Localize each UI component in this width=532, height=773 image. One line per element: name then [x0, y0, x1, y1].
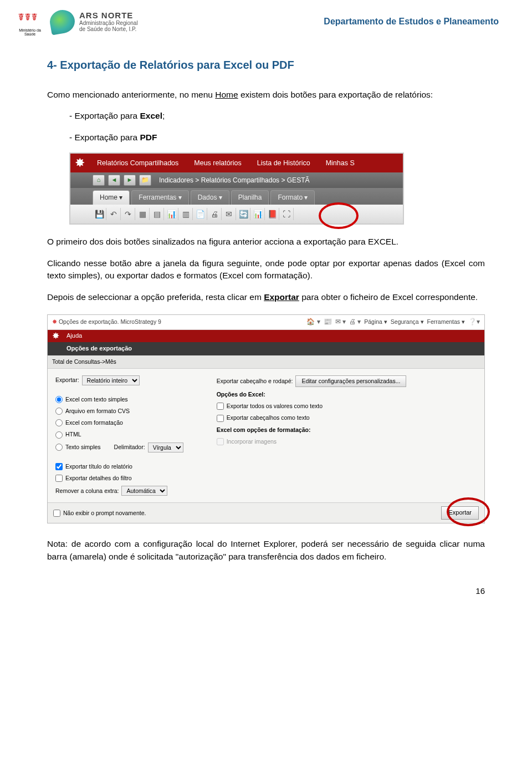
radio-csv-label: Arquivo em formato CVS [65, 407, 130, 415]
export-pdf-icon[interactable]: 📕 [265, 208, 279, 220]
refresh-icon[interactable]: 🔄 [237, 208, 250, 220]
chk-cab-texto[interactable]: Exportar cabeçalhos como texto [217, 414, 407, 422]
note-paragraph: Nota: de acordo com a configuração local… [47, 538, 485, 563]
chk-titulo[interactable]: Exportar título do relatório [55, 462, 183, 471]
fullscreen-icon[interactable]: ⛶ [280, 208, 294, 220]
exportar-select[interactable]: Relatório inteiro [82, 375, 140, 385]
app-topbar: ✸ Relatórios Compartilhados Meus relatór… [70, 154, 403, 172]
radio-csv[interactable]: Arquivo em formato CVS [55, 407, 183, 415]
nav-bar: ⌂ ◄ ► 📁 Indicadores > Relatórios Compart… [70, 172, 403, 188]
up-folder-icon[interactable]: 📁 [139, 175, 151, 186]
chk-nao-exibir-label: Não exibir o prompt novamente. [63, 509, 146, 517]
grid-icon[interactable]: ▤ [150, 208, 164, 220]
ars-sub2: de Saúde do Norte, I.P. [79, 26, 138, 32]
radio-csv-input[interactable] [55, 408, 63, 415]
radio-excel-simple[interactable]: Excel com texto simples [55, 395, 183, 404]
paragraph-intro: Como mencionado anteriormente, no menu H… [47, 89, 485, 101]
chk-valores-texto-input[interactable] [217, 403, 224, 410]
ie-ferramentas[interactable]: Ferramentas ▾ [427, 318, 465, 326]
radio-texto[interactable]: Texto simples [55, 443, 101, 451]
breadcrumb: Indicadores > Relatórios Compartilhados … [159, 176, 309, 185]
doc-icon[interactable]: 📄 [193, 208, 207, 220]
tab-home[interactable]: Home ▾ [93, 190, 130, 205]
forward-icon[interactable]: ► [124, 175, 136, 186]
export-excel-icon[interactable]: 📊 [251, 208, 265, 220]
dialog-subheader: Total de Consultas->Mês [48, 355, 484, 369]
ars-logo: ARS NORTE Administração Regional de Saúd… [50, 10, 138, 33]
list-item-pdf: - Exportação para PDF [69, 131, 485, 144]
icon-toolbar: 💾 ↶ ↷ ▦ ▤ 📊 ▥ 📄 🖨 ✉ 🔄 📊 📕 ⛶ [70, 205, 403, 223]
chart-icon[interactable]: 📊 [165, 208, 178, 220]
ie-feeds-icon[interactable]: 📰 [324, 317, 332, 327]
delimitador-select[interactable]: Vírgula [148, 443, 183, 452]
paragraph-4: Depois de seleccionar a opção preferida,… [47, 291, 485, 303]
page-header: Ministério da Saúde ARS NORTE Administra… [0, 0, 532, 40]
chk-incorporar-input [217, 438, 224, 445]
redo-icon[interactable]: ↷ [121, 208, 135, 220]
options-panel: Exportar: Relatório inteiro Excel com te… [48, 369, 484, 502]
chk-valores-texto[interactable]: Exportar todos os valores como texto [217, 402, 407, 410]
chk-incorporar-label: Incorporar imagens [227, 438, 277, 446]
page-number: 16 [0, 583, 532, 607]
chk-nao-exibir[interactable]: Não exibir o prompt novamente. [53, 509, 146, 517]
ie-mail-icon[interactable]: ✉ ▾ [335, 317, 346, 327]
mail-icon[interactable]: ✉ [222, 208, 236, 220]
app-logo-icon-2: ✸ [48, 329, 63, 342]
radio-html-label: HTML [65, 430, 81, 439]
right-column: Exportar cabeçalho e rodapé: Editar conf… [217, 375, 407, 496]
gridchart-icon[interactable]: ▥ [179, 208, 193, 220]
ajuda-link[interactable]: Ajuda [63, 332, 82, 340]
radio-html[interactable]: HTML [55, 430, 183, 439]
ie-print-icon[interactable]: 🖨 ▾ [349, 317, 361, 327]
chk-incorporar[interactable]: Incorporar imagens [217, 438, 407, 446]
home-icon[interactable]: ⌂ [93, 175, 105, 186]
li1c: ; [162, 111, 165, 120]
document-content: 4- Exportação de Relatórios para Excel o… [0, 40, 532, 583]
chk-nao-exibir-input[interactable] [53, 510, 60, 517]
app-red-bar: ✸ Ajuda [48, 330, 484, 342]
exportar-button[interactable]: Exportar [441, 506, 479, 520]
tab-formato[interactable]: Formato ▾ [270, 190, 315, 205]
screenshot-export-dialog: ✸ Opções de exportação. MicroStrategy 9 … [47, 314, 485, 523]
design-icon[interactable]: ▦ [136, 208, 150, 220]
tab-planilha[interactable]: Planilha [231, 190, 269, 205]
ie-home-icon[interactable]: 🏠 ▾ [306, 317, 320, 327]
li2b: PDF [140, 133, 157, 142]
chk-detalhes[interactable]: Exportar detalhes do filtro [55, 474, 183, 482]
radio-texto-input[interactable] [55, 444, 63, 451]
ie-pagina[interactable]: Página ▾ [364, 318, 387, 326]
radio-html-input[interactable] [55, 431, 63, 439]
department-title: Departamento de Estudos e Planeamento [324, 17, 499, 27]
menu-relatorios-compart[interactable]: Relatórios Compartilhados [89, 158, 186, 168]
remover-select[interactable]: Automática [121, 486, 167, 496]
save-icon[interactable]: 💾 [93, 208, 106, 220]
menu-minhas[interactable]: Minhas S [318, 158, 362, 168]
radio-excel-simple-input[interactable] [55, 396, 63, 403]
chk-cab-texto-input[interactable] [217, 415, 224, 422]
print-icon[interactable]: 🖨 [208, 208, 222, 220]
ars-sub1: Administração Regional [79, 20, 138, 26]
chk-detalhes-input[interactable] [55, 475, 63, 482]
tab-dados[interactable]: Dados ▾ [191, 190, 229, 205]
highlight-circle-icon [319, 202, 359, 229]
ministerio-caption: Ministério da Saúde [17, 28, 43, 36]
editar-config-button[interactable]: Editar configurações personalizadas... [295, 375, 406, 387]
undo-icon[interactable]: ↶ [107, 208, 121, 220]
excel-fmt-heading: Excel com opções de formatação: [217, 426, 407, 434]
menu-historico[interactable]: Lista de Histórico [249, 158, 318, 168]
export-list: - Exportação para Excel; - Exportação pa… [69, 110, 485, 144]
p1a: Como mencionado anteriormente, no menu [47, 90, 215, 99]
section-title: 4- Exportação de Relatórios para Excel o… [47, 57, 485, 73]
back-icon[interactable]: ◄ [108, 175, 120, 186]
radio-excel-fmt-input[interactable] [55, 419, 63, 426]
cab-label: Exportar cabeçalho e rodapé: [217, 377, 293, 385]
ie-help-icon[interactable]: ❔▾ [468, 317, 480, 327]
ie-seguranca[interactable]: Segurança ▾ [391, 318, 424, 326]
menu-meus-relatorios[interactable]: Meus relatórios [186, 158, 249, 168]
radio-excel-fmt[interactable]: Excel com formatação [55, 419, 183, 427]
app-logo-icon: ✸ [70, 154, 89, 172]
p4b: para obter o ficheiro de Excel correspon… [299, 292, 478, 302]
chk-titulo-input[interactable] [55, 463, 63, 470]
tab-ferramentas[interactable]: Ferramentas ▾ [131, 190, 188, 205]
exportar-row: Exportar: Relatório inteiro [55, 375, 183, 385]
